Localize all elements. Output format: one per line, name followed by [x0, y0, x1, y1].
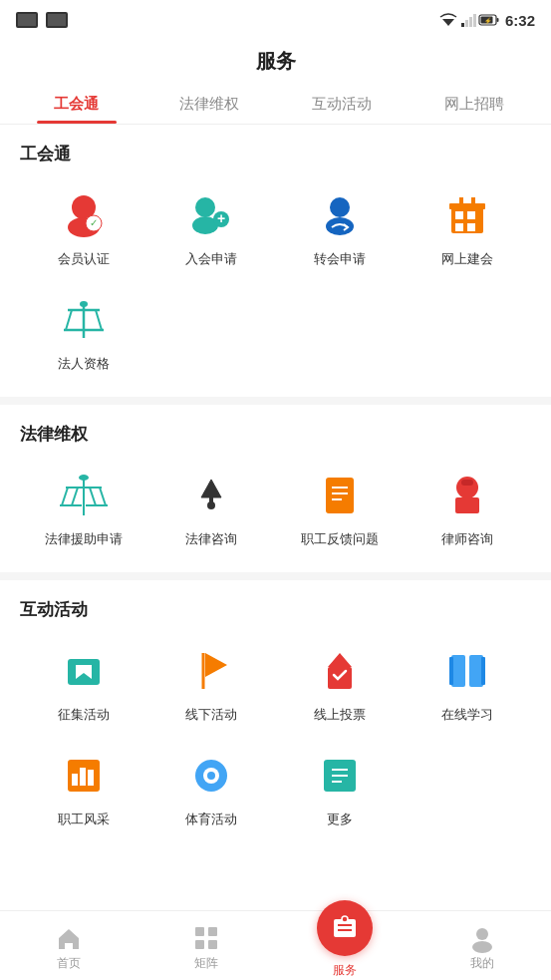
- svg-marker-54: [205, 653, 227, 677]
- tabs-bar: 工会通 法律维权 互动活动 网上招聘: [0, 85, 551, 125]
- svg-rect-51: [455, 497, 479, 513]
- item-huiyuan[interactable]: ✓ 会员认证: [20, 179, 147, 284]
- battery-icon: ⚡: [479, 14, 499, 26]
- item-yuanzhu[interactable]: 法律援助申请: [20, 460, 147, 564]
- svg-point-17: [330, 197, 350, 217]
- svg-text:+: +: [217, 210, 225, 226]
- nav-me-label: 我的: [470, 955, 494, 972]
- svg-line-38: [100, 488, 106, 505]
- section-hudong: 互动活动 征集活动: [0, 580, 551, 844]
- svg-rect-45: [326, 478, 354, 513]
- nav-service[interactable]: 服务: [276, 904, 413, 980]
- svg-rect-73: [195, 927, 204, 936]
- nav-service-circle: [317, 900, 373, 956]
- label-faren: 法人资格: [58, 356, 110, 373]
- label-sport: 体育活动: [185, 812, 237, 828]
- svg-rect-1: [461, 23, 464, 27]
- label-lvshi: 律师咨询: [441, 531, 493, 548]
- svg-point-80: [342, 916, 348, 922]
- icon-fengcai: [56, 748, 112, 804]
- label-yuanzhu: 法律援助申请: [45, 531, 123, 548]
- svg-rect-6: [496, 18, 498, 22]
- status-box-2: [46, 12, 68, 28]
- svg-rect-60: [449, 657, 453, 685]
- svg-marker-0: [442, 19, 454, 26]
- item-ruihui[interactable]: + 入会申请: [147, 179, 275, 284]
- nav-home[interactable]: 首页: [0, 919, 138, 972]
- svg-rect-75: [195, 940, 204, 949]
- icon-wangshang: [439, 187, 495, 243]
- tab-falvweiquan[interactable]: 法律维权: [142, 85, 275, 124]
- divider-1: [0, 397, 551, 405]
- svg-line-37: [90, 488, 96, 505]
- home-icon: [56, 925, 82, 951]
- svg-rect-76: [208, 940, 217, 949]
- svg-rect-44: [209, 497, 213, 503]
- icon-xianxia: [183, 643, 239, 699]
- label-wangshang: 网上建会: [441, 251, 493, 268]
- svg-point-68: [207, 772, 215, 780]
- label-zhuanhui: 转会申请: [314, 251, 366, 268]
- icon-more: [312, 748, 368, 804]
- svg-text:⚡: ⚡: [484, 17, 492, 25]
- svg-rect-21: [467, 211, 475, 219]
- item-fengcai[interactable]: 职工风采: [20, 740, 147, 844]
- item-sport[interactable]: 体育活动: [147, 740, 275, 844]
- item-xuexi[interactable]: 在线学习: [404, 635, 531, 740]
- icon-faren: [56, 292, 112, 348]
- item-fankui[interactable]: 职工反馈问题: [276, 460, 404, 564]
- nav-service-label: 服务: [333, 962, 357, 979]
- nav-me[interactable]: 我的: [413, 919, 551, 972]
- item-faren[interactable]: 法人资格: [20, 284, 147, 389]
- icon-zhengjia: [56, 643, 112, 699]
- svg-point-81: [476, 928, 488, 940]
- wifi-icon: [439, 13, 457, 27]
- svg-point-32: [80, 301, 88, 307]
- icon-xuexi: [439, 643, 495, 699]
- item-zhuanhui[interactable]: 转会申请: [276, 179, 404, 284]
- svg-rect-23: [467, 223, 475, 231]
- content-scroll: 工会通 ✓ 会员认证: [0, 125, 551, 931]
- svg-rect-74: [208, 927, 217, 936]
- section-falvweiquan: 法律维权 法律援助申请: [0, 405, 551, 564]
- item-more[interactable]: 更多: [276, 740, 404, 844]
- item-wangshang[interactable]: 网上建会: [404, 179, 531, 284]
- svg-marker-57: [328, 653, 352, 667]
- icon-fankui: [312, 468, 368, 523]
- item-toupiao[interactable]: 线上投票: [276, 635, 404, 740]
- item-zhengjia[interactable]: 征集活动: [20, 635, 147, 740]
- icon-grid-hudong: 征集活动 线下活动: [20, 635, 531, 844]
- item-xianxia[interactable]: 线下活动: [147, 635, 275, 740]
- icon-zixun: [183, 468, 239, 523]
- svg-line-30: [96, 310, 102, 330]
- tab-hudong[interactable]: 互动活动: [276, 85, 409, 124]
- svg-point-41: [79, 475, 89, 481]
- svg-line-36: [72, 488, 78, 505]
- tab-gonghuitong[interactable]: 工会通: [10, 85, 142, 124]
- icon-yuanzhu: [56, 468, 112, 523]
- svg-rect-20: [455, 211, 463, 219]
- status-icons: ⚡: [439, 13, 499, 27]
- nav-matrix-label: 矩阵: [194, 955, 218, 972]
- svg-rect-64: [80, 768, 86, 786]
- item-zixun[interactable]: 法律咨询: [147, 460, 275, 564]
- icon-huiyuan: ✓: [56, 187, 112, 243]
- label-fankui: 职工反馈问题: [301, 531, 379, 548]
- svg-rect-26: [449, 203, 485, 209]
- label-xianxia: 线下活动: [185, 707, 237, 724]
- icon-toupiao: [312, 643, 368, 699]
- icon-lvshi: [439, 468, 495, 523]
- item-lvshi[interactable]: 律师咨询: [404, 460, 531, 564]
- label-zhengjia: 征集活动: [58, 707, 110, 724]
- nav-matrix[interactable]: 矩阵: [138, 919, 275, 972]
- time-display: 6:32: [505, 12, 535, 29]
- section-title-falvweiquan: 法律维权: [20, 423, 531, 446]
- label-fengcai: 职工风采: [58, 812, 110, 828]
- grid-icon: [193, 925, 219, 951]
- icon-ruihui: +: [183, 187, 239, 243]
- icon-zhuanhui: [312, 187, 368, 243]
- svg-point-82: [472, 941, 492, 953]
- icon-sport: [183, 748, 239, 804]
- status-right: ⚡ 6:32: [439, 12, 535, 29]
- tab-wangshang[interactable]: 网上招聘: [409, 85, 541, 124]
